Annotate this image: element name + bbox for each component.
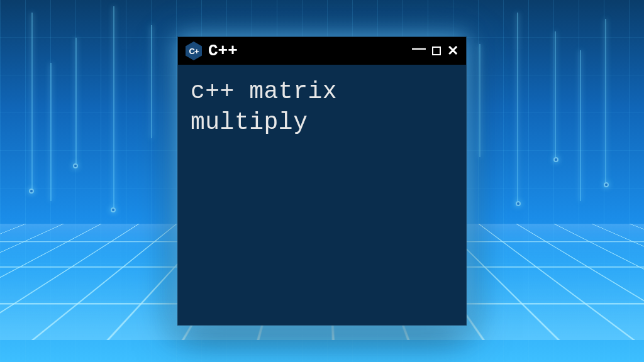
cpp-icon-label: C+ (189, 47, 199, 56)
minimize-button[interactable]: — (412, 41, 426, 55)
terminal-window: C+ C++ — ✕ c++ matrix multiply (177, 36, 467, 326)
window-title: C++ (208, 41, 406, 60)
titlebar[interactable]: C+ C++ — ✕ (178, 37, 466, 65)
close-button[interactable]: ✕ (447, 44, 458, 58)
maximize-button[interactable] (432, 47, 441, 55)
cpp-icon: C+ (186, 41, 202, 60)
maximize-icon (432, 47, 441, 55)
terminal-body[interactable]: c++ matrix multiply (178, 65, 466, 325)
window-controls: — ✕ (412, 44, 458, 58)
terminal-content: c++ matrix multiply (191, 76, 453, 138)
